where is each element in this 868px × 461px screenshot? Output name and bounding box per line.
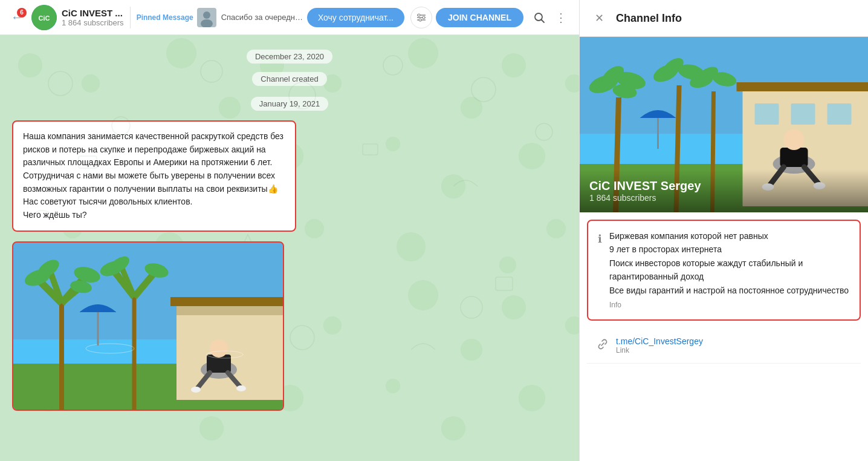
svg-rect-63 bbox=[737, 82, 869, 91]
svg-point-10 bbox=[419, 19, 421, 21]
channel-name: CiC INVEST ... bbox=[62, 8, 124, 18]
subscriber-count: 1 864 subscribers bbox=[62, 18, 124, 27]
message-bubble: Наша компания занимается качественной ра… bbox=[12, 120, 296, 232]
svg-point-13 bbox=[48, 71, 73, 96]
close-panel-button[interactable]: ✕ bbox=[589, 8, 609, 28]
channel-link-text: t.me/CiC_InvestSergey bbox=[616, 336, 703, 346]
channel-avatar[interactable]: CiC bbox=[31, 5, 57, 30]
info-icon: ℹ bbox=[598, 230, 602, 311]
panel-header: ✕ Channel Info bbox=[580, 0, 868, 37]
svg-point-9 bbox=[423, 16, 425, 19]
svg-rect-21 bbox=[363, 144, 378, 155]
channel-info-header[interactable]: CiC INVEST ... 1 864 subscribers bbox=[62, 8, 124, 27]
date-badge-1: December 23, 2020 bbox=[247, 50, 332, 64]
pinned-label: Pinned Message bbox=[137, 13, 193, 22]
svg-point-19 bbox=[536, 123, 552, 140]
notification-badge: 6 bbox=[17, 8, 27, 18]
more-options-button[interactable]: ⋮ bbox=[550, 7, 572, 28]
channel-info-panel: ✕ Channel Info bbox=[579, 0, 868, 461]
back-button[interactable]: ← 6 bbox=[7, 8, 27, 27]
message-text: Наша компания занимается качественной ра… bbox=[23, 131, 283, 220]
channel-cover-image: CiC INVEST Sergey 1 864 subscribers bbox=[580, 37, 868, 212]
svg-point-82 bbox=[784, 129, 805, 150]
date-badge-2: January 19, 2021 bbox=[251, 97, 328, 111]
pinned-avatar bbox=[197, 8, 216, 27]
chat-header: ← 6 CiC CiC INVEST ... 1 864 subscribers… bbox=[0, 0, 579, 35]
svg-point-3 bbox=[203, 11, 210, 19]
pinned-text: Спасибо за очередной отзы... bbox=[221, 13, 307, 22]
vertical-divider bbox=[130, 7, 131, 28]
svg-rect-32 bbox=[170, 297, 284, 306]
search-button[interactable] bbox=[528, 7, 550, 28]
svg-rect-26 bbox=[496, 277, 513, 290]
svg-text:CiC: CiC bbox=[39, 15, 50, 22]
svg-point-8 bbox=[418, 14, 420, 16]
panel-subscriber-count: 1 864 subscribers bbox=[589, 193, 858, 203]
svg-point-18 bbox=[471, 77, 496, 102]
channel-link-section[interactable]: t.me/CiC_InvestSergey Link bbox=[587, 328, 861, 364]
channel-cover-overlay: CiC INVEST Sergey 1 864 subscribers bbox=[580, 169, 868, 212]
svg-point-51 bbox=[210, 339, 228, 358]
panel-title: Channel Info bbox=[616, 12, 682, 25]
collab-button[interactable]: Хочу сотрудничат... bbox=[307, 8, 404, 27]
chat-messages-area: December 23, 2020 Channel created Januar… bbox=[0, 35, 579, 461]
channel-created-badge: Channel created bbox=[252, 72, 326, 86]
panel-channel-name: CiC INVEST Sergey bbox=[589, 179, 858, 193]
message-image bbox=[12, 241, 284, 411]
link-label: Link bbox=[616, 346, 703, 355]
svg-point-54 bbox=[191, 387, 201, 393]
svg-rect-66 bbox=[828, 103, 852, 125]
svg-rect-81 bbox=[780, 148, 808, 167]
join-channel-button[interactable]: JOIN CHANNEL bbox=[436, 8, 523, 27]
channel-description-text: Биржевая компания которой нет равных 9 л… bbox=[609, 229, 850, 297]
info-label: Info bbox=[609, 299, 850, 311]
svg-point-24 bbox=[290, 325, 314, 350]
svg-line-12 bbox=[542, 19, 545, 22]
svg-rect-30 bbox=[177, 303, 284, 400]
link-icon bbox=[597, 338, 609, 353]
svg-point-17 bbox=[383, 56, 403, 75]
channel-description-section: ℹ Биржевая компания которой нет равных 9… bbox=[587, 220, 861, 321]
svg-point-55 bbox=[236, 385, 246, 391]
filter-button[interactable] bbox=[410, 7, 432, 28]
svg-rect-64 bbox=[755, 103, 779, 125]
svg-point-23 bbox=[461, 296, 482, 318]
pinned-message-area[interactable]: Pinned Message Спасибо за очередной отзы… bbox=[137, 8, 307, 27]
svg-point-15 bbox=[201, 60, 222, 82]
svg-rect-65 bbox=[791, 103, 815, 125]
